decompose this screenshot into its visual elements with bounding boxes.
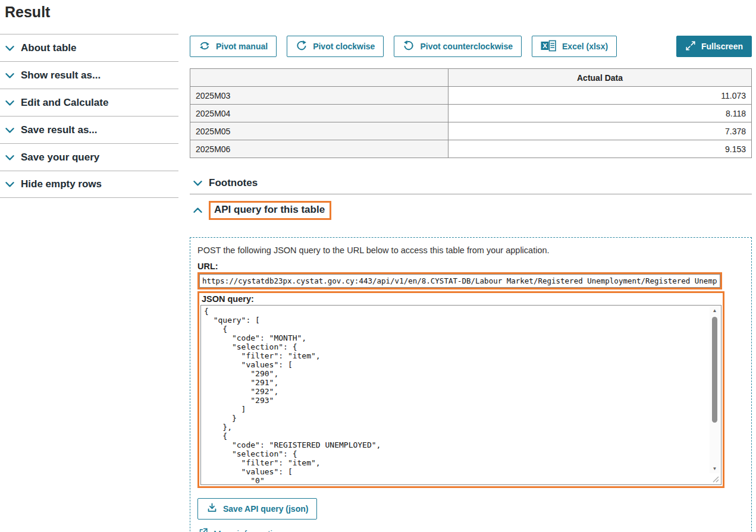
scroll-down-arrow-icon[interactable]: ▼ — [710, 465, 720, 473]
scrollbar-thumb[interactable] — [712, 317, 717, 423]
json-query-text: { "query": [ { "code": "MONTH", "selecti… — [201, 306, 721, 485]
row-label: 2025M04 — [190, 105, 448, 122]
json-query-label: JSON query: — [200, 294, 722, 305]
excel-label: Excel (xlsx) — [562, 42, 608, 51]
table-row: 2025M03 11.073 — [190, 87, 752, 105]
pivot-manual-button[interactable]: Pivot manual — [190, 36, 277, 57]
save-api-query-label: Save API query (json) — [223, 504, 308, 514]
pivot-counterclockwise-button[interactable]: Pivot counterclockwise — [394, 36, 522, 57]
resize-grip[interactable] — [711, 474, 720, 483]
row-label: 2025M06 — [190, 140, 448, 158]
sidebar-item-label: Hide empty rows — [21, 178, 102, 190]
sidebar-item-edit-and-calculate[interactable]: Edit and Calculate — [0, 89, 178, 116]
save-api-query-button[interactable]: Save API query (json) — [197, 498, 317, 520]
chevron-down-icon — [5, 43, 14, 53]
row-label: 2025M05 — [190, 122, 448, 140]
external-link-icon — [198, 527, 208, 532]
footnotes-toggle[interactable]: Footnotes — [190, 177, 752, 189]
chevron-down-icon — [5, 125, 14, 136]
sidebar-item-about-table[interactable]: About table — [0, 34, 178, 61]
chevron-down-icon — [193, 178, 202, 188]
row-value: 11.073 — [448, 87, 752, 105]
api-query-highlight-box: API query for this table — [209, 201, 331, 220]
json-query-textarea[interactable]: { "query": [ { "code": "MONTH", "selecti… — [200, 305, 722, 485]
pivot-counterclockwise-label: Pivot counterclockwise — [420, 42, 513, 51]
section-divider — [190, 194, 752, 194]
url-label: URL: — [197, 262, 744, 271]
sidebar: About table Show result as... Edit and C… — [0, 34, 178, 198]
url-highlight-box — [197, 272, 722, 289]
table-row: 2025M06 9.153 — [190, 140, 752, 158]
table-row: 2025M04 8.118 — [190, 105, 752, 122]
pivot-manual-label: Pivot manual — [216, 42, 268, 51]
scroll-up-arrow-icon[interactable]: ▲ — [710, 307, 720, 315]
api-url-input[interactable] — [199, 274, 720, 288]
excel-icon: X — [541, 40, 557, 53]
row-value: 7.378 — [448, 122, 752, 140]
sidebar-item-label: About table — [21, 42, 77, 54]
api-panel-intro-text: POST the following JSON query to the URL… — [197, 245, 744, 255]
fullscreen-button[interactable]: Fullscreen — [676, 36, 752, 57]
chevron-down-icon — [5, 70, 14, 81]
chevron-down-icon — [5, 97, 14, 108]
sidebar-item-label: Edit and Calculate — [21, 97, 108, 109]
page-title: Result — [5, 4, 50, 21]
pivot-counterclockwise-icon — [403, 40, 415, 53]
sidebar-item-label: Save your query — [21, 152, 99, 163]
sidebar-item-label: Save result as... — [21, 124, 98, 136]
sidebar-item-hide-empty-rows[interactable]: Hide empty rows — [0, 171, 178, 198]
pivot-clockwise-button[interactable]: Pivot clockwise — [287, 36, 384, 57]
excel-export-button[interactable]: X Excel (xlsx) — [532, 36, 617, 57]
api-query-toggle[interactable]: API query for this table — [190, 201, 752, 220]
pivot-clockwise-icon — [296, 40, 308, 53]
table-row: 2025M05 7.378 — [190, 122, 752, 140]
api-query-heading: API query for this table — [214, 204, 325, 215]
chevron-down-icon — [5, 179, 14, 190]
chevron-down-icon — [5, 152, 14, 163]
json-query-highlight-box: JSON query: { "query": [ { "code": "MONT… — [197, 291, 724, 488]
api-query-panel: POST the following JSON query to the URL… — [190, 237, 752, 532]
sidebar-item-save-your-query[interactable]: Save your query — [0, 143, 178, 171]
row-label: 2025M03 — [190, 87, 448, 105]
row-value: 8.118 — [448, 105, 752, 122]
sidebar-item-show-result-as[interactable]: Show result as... — [0, 61, 178, 89]
table-corner-cell — [190, 69, 448, 87]
pivot-clockwise-label: Pivot clockwise — [313, 42, 375, 51]
svg-text:X: X — [542, 42, 547, 49]
sidebar-item-label: Show result as... — [21, 70, 101, 81]
toolbar: Pivot manual Pivot clockwise Pivot count… — [190, 36, 752, 57]
download-icon — [206, 502, 218, 515]
more-information-label: More information — [214, 528, 283, 532]
result-page: Result About table Show result as... Edi… — [0, 0, 756, 532]
more-information-link[interactable]: More information — [198, 527, 283, 532]
fullscreen-icon — [685, 40, 696, 53]
footnotes-heading: Footnotes — [209, 177, 258, 189]
sidebar-item-save-result-as[interactable]: Save result as... — [0, 116, 178, 143]
table-header-row: Actual Data — [190, 69, 752, 87]
pivot-manual-icon — [199, 40, 211, 53]
fullscreen-label: Fullscreen — [701, 42, 743, 51]
row-value: 9.153 — [448, 140, 752, 158]
vertical-scrollbar[interactable]: ▲ ▼ — [710, 307, 720, 473]
result-table: Actual Data 2025M03 11.073 2025M04 8.118… — [190, 68, 752, 158]
table-column-header: Actual Data — [448, 69, 752, 87]
main-content: Pivot manual Pivot clockwise Pivot count… — [190, 36, 752, 532]
chevron-up-icon — [193, 205, 202, 216]
